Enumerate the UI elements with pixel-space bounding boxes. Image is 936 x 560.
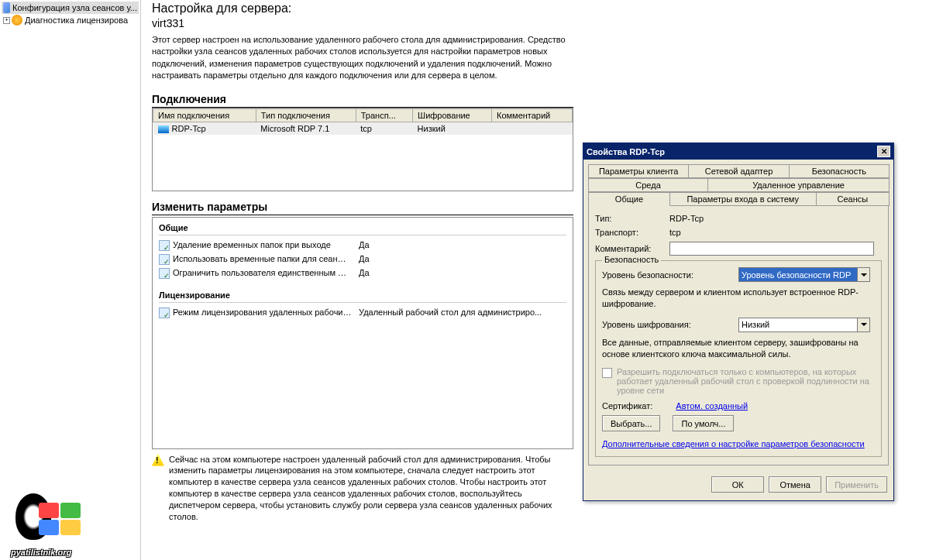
select-certificate-button[interactable]: Выбрать... <box>602 415 660 431</box>
col-name[interactable]: Имя подключения <box>153 108 256 122</box>
tab-network-adapter[interactable]: Сетевой адаптер <box>688 164 789 178</box>
setting-value: Удаленный рабочий стол для администриро.… <box>359 307 542 318</box>
setting-row[interactable]: Ограничить пользователя единственным … Д… <box>159 266 566 280</box>
page-description: Этот сервер настроен на использование уд… <box>152 34 573 82</box>
setting-value: Да <box>359 268 370 279</box>
setting-value: Да <box>359 240 370 251</box>
nla-checkbox[interactable] <box>602 368 612 378</box>
ok-button[interactable]: ОК <box>711 476 764 493</box>
cell-encryption: Низкий <box>413 122 492 135</box>
setting-label: Ограничить пользователя единственным … <box>173 268 359 279</box>
security-level-description: Связь между сервером и клиентом использу… <box>602 287 875 310</box>
cell-type: Microsoft RDP 7.1 <box>256 122 356 135</box>
windows-flag-icon <box>39 503 82 537</box>
cell-comment <box>491 122 572 135</box>
tab-client-params[interactable]: Параметры клиента <box>588 164 689 178</box>
type-value: RDP-Tcp <box>669 214 704 223</box>
table-row[interactable]: RDP-Tcp Microsoft RDP 7.1 tcp Низкий <box>153 122 573 135</box>
default-certificate-button[interactable]: По умолч... <box>673 415 734 431</box>
tree-label: Конфигурация узла сеансов у... <box>12 3 137 12</box>
navigation-tree: Конфигурация узла сеансов у... + Диагнос… <box>0 0 141 560</box>
transport-value: tcp <box>669 228 681 237</box>
config-icon <box>3 2 10 13</box>
warning-text: Сейчас на этом компьютере настроен удале… <box>169 454 573 523</box>
security-fieldset: Безопасность Уровень безопасности: Урове… <box>595 260 882 457</box>
tab-strip: Параметры клиента Сетевой адаптер Безопа… <box>588 164 889 206</box>
setting-icon <box>159 254 170 265</box>
security-level-label: Уровень безопасности: <box>602 270 738 280</box>
col-encryption[interactable]: Шифрование <box>413 108 492 122</box>
comment-label: Комментарий: <box>595 244 669 253</box>
setting-icon <box>159 240 170 251</box>
chevron-down-icon <box>857 268 869 281</box>
tab-general[interactable]: Общие <box>588 192 670 206</box>
security-level-dropdown[interactable]: Уровень безопасности RDP <box>738 267 870 282</box>
server-name: virt331 <box>152 17 573 29</box>
cell-name: RDP-Tcp <box>172 124 206 133</box>
dropdown-value: Низкий <box>742 320 769 329</box>
nla-checkbox-row: Разрешить подключаться только с компьюте… <box>602 367 875 395</box>
certificate-label: Сертификат: <box>602 401 652 411</box>
encryption-level-description: Все данные, отправляемые клиентом сервер… <box>602 337 875 360</box>
dialog-footer: ОК Отмена Применить <box>583 470 893 500</box>
security-help-link[interactable]: Дополнительные сведения о настройке пара… <box>602 439 865 448</box>
tree-item-licensing-diag[interactable]: + Диагностика лицензирова <box>2 14 139 26</box>
settings-box: Общие Удаление временных папок при выход… <box>152 217 573 449</box>
close-button[interactable]: ✕ <box>877 146 890 157</box>
tab-sessions[interactable]: Сеансы <box>816 192 890 206</box>
main-content: Настройка для сервера: virt331 Этот серв… <box>146 0 580 560</box>
setting-row[interactable]: Использовать временные папки для сеан… Д… <box>159 253 566 266</box>
col-type[interactable]: Тип подключения <box>256 108 356 122</box>
connections-header: Подключения <box>152 93 573 108</box>
connections-table: Имя подключения Тип подключения Трансп..… <box>152 108 573 191</box>
connection-icon <box>158 125 169 133</box>
chevron-down-icon <box>857 318 869 332</box>
cancel-button[interactable]: Отмена <box>769 476 821 493</box>
apply-button[interactable]: Применить <box>826 476 887 493</box>
watermark-logo: pyatilistnik.org <box>11 490 88 557</box>
tab-logon-params[interactable]: Параметры входа в систему <box>669 192 817 206</box>
tab-environment[interactable]: Среда <box>588 178 708 192</box>
licensing-group-title: Лицензирование <box>159 288 566 303</box>
col-transport[interactable]: Трансп... <box>356 108 412 122</box>
general-group-title: Общие <box>159 221 566 235</box>
transport-label: Транспорт: <box>595 228 669 237</box>
tree-item-config[interactable]: Конфигурация узла сеансов у... <box>2 2 139 14</box>
tree-label: Диагностика лицензирова <box>25 15 128 25</box>
setting-row[interactable]: Удаление временных папок при выходе Да <box>159 239 566 253</box>
dialog-title-text: Свойства RDP-Tcp <box>587 147 665 156</box>
cell-transport: tcp <box>356 122 412 135</box>
setting-row[interactable]: Режим лицензирования удаленных рабочи… У… <box>159 306 566 320</box>
col-comment[interactable]: Комментарий <box>491 108 572 122</box>
rdp-tcp-properties-dialog: Свойства RDP-Tcp ✕ Параметры клиента Сет… <box>583 143 894 501</box>
setting-label: Режим лицензирования удаленных рабочи… <box>173 307 359 318</box>
warning-message: Сейчас на этом компьютере настроен удале… <box>152 454 573 523</box>
tab-security[interactable]: Безопасность <box>789 164 890 178</box>
warning-icon <box>152 454 164 466</box>
setting-icon <box>159 307 170 318</box>
comment-input[interactable] <box>669 242 874 256</box>
certificate-link[interactable]: Автом. созданный <box>676 401 748 411</box>
expand-icon[interactable]: + <box>3 17 10 24</box>
encryption-level-label: Уровень шифрования: <box>602 320 738 329</box>
security-legend: Безопасность <box>602 255 661 264</box>
encryption-level-dropdown[interactable]: Низкий <box>738 318 870 332</box>
setting-label: Использовать временные папки для сеан… <box>173 254 359 265</box>
key-icon <box>12 15 22 26</box>
setting-label: Удаление временных папок при выходе <box>173 240 359 251</box>
table-header-row: Имя подключения Тип подключения Трансп..… <box>153 108 573 122</box>
type-label: Тип: <box>595 214 669 223</box>
page-title: Настройка для сервера: <box>152 2 573 15</box>
tab-remote-control[interactable]: Удаленное управление <box>707 178 890 192</box>
nla-checkbox-label: Разрешить подключаться только с компьюте… <box>617 367 875 395</box>
setting-value: Да <box>359 254 370 265</box>
tab-content-general: Тип: RDP-Tcp Транспорт: tcp Комментарий:… <box>588 205 889 466</box>
watermark-text: pyatilistnik.org <box>11 548 71 557</box>
edit-params-header: Изменить параметры <box>152 201 573 215</box>
setting-icon <box>159 268 170 279</box>
dialog-titlebar[interactable]: Свойства RDP-Tcp ✕ <box>583 143 893 160</box>
dropdown-value: Уровень безопасности RDP <box>742 270 851 280</box>
